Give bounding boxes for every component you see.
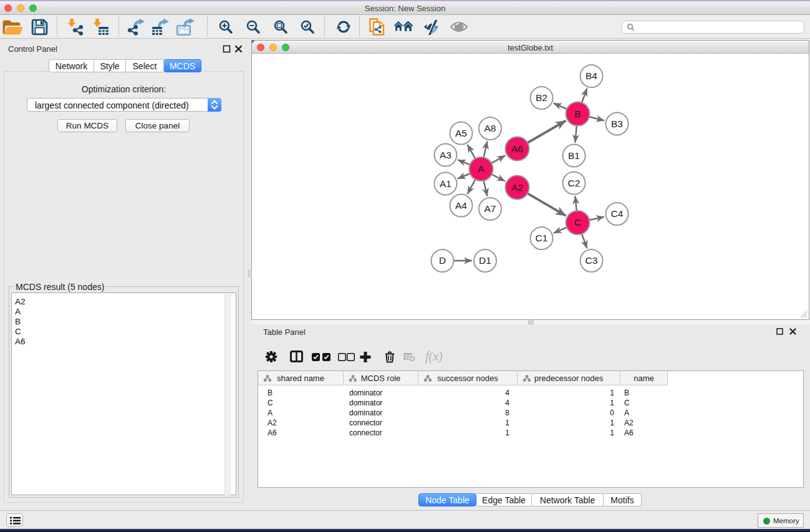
svg-text:B1: B1 (568, 150, 580, 161)
svg-text:C3: C3 (586, 255, 598, 266)
svg-text:A7: A7 (485, 203, 496, 214)
svg-text:A5: A5 (455, 128, 467, 138)
svg-text:C1: C1 (536, 233, 548, 243)
svg-text:A6: A6 (511, 143, 523, 154)
svg-text:A3: A3 (440, 150, 451, 160)
svg-text:D: D (439, 255, 446, 266)
svg-text:C: C (574, 217, 581, 228)
svg-text:B3: B3 (611, 118, 623, 129)
svg-text:B4: B4 (586, 70, 597, 81)
svg-text:A8: A8 (485, 123, 496, 133)
svg-text:A2: A2 (511, 182, 523, 193)
svg-text:B: B (574, 109, 581, 119)
svg-text:A1: A1 (440, 178, 451, 189)
svg-text:C2: C2 (568, 178, 581, 188)
svg-text:C4: C4 (611, 208, 624, 219)
svg-text:A4: A4 (455, 200, 467, 211)
svg-text:B2: B2 (536, 92, 547, 103)
svg-text:D1: D1 (479, 255, 491, 266)
svg-text:A: A (478, 163, 485, 174)
